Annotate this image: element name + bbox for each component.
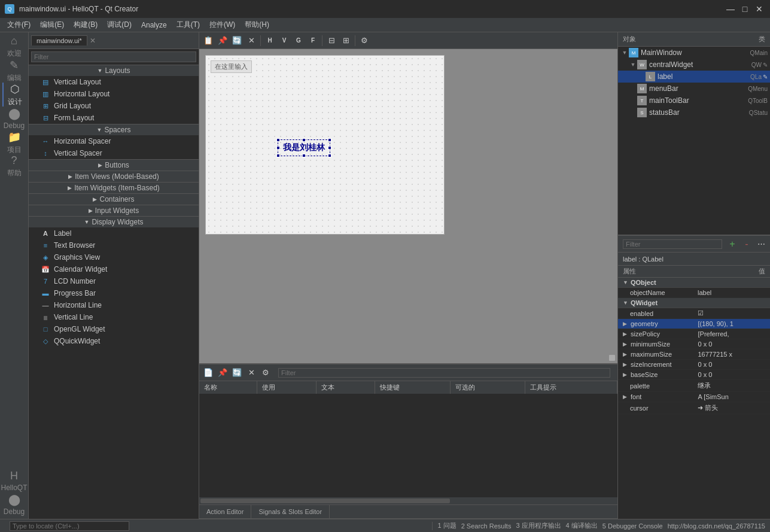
prop-row-palette[interactable]: palette 继承	[618, 380, 770, 392]
widget-horizontal-line[interactable]: — Horizontal Line	[29, 299, 199, 311]
activity-debug[interactable]: ⬤ Debug	[2, 107, 26, 130]
toolbar-layout-h[interactable]: H	[263, 34, 276, 47]
activity-debug2[interactable]: ⬤ Debug	[2, 493, 26, 516]
bottom-tab-signals-slots[interactable]: Signals & Slots Editor	[251, 505, 330, 518]
toolbar-layout-g[interactable]: G	[292, 34, 305, 47]
bottom-scrollbar[interactable]	[200, 498, 616, 503]
activity-welcome[interactable]: ⌂ 欢迎	[2, 35, 26, 59]
activity-edit[interactable]: ✎ 编辑	[2, 59, 26, 83]
menu-item-d[interactable]: 调试(D)	[102, 19, 136, 31]
prop-row-enabled[interactable]: enabled ☑	[618, 308, 770, 319]
menu-item-t[interactable]: 工具(T)	[172, 19, 205, 31]
obj-row-toolbar[interactable]: T mainToolBar QToolB	[618, 95, 770, 107]
obj-row-mainwindow[interactable]: ▼ M MainWindow QMain	[618, 47, 770, 59]
category-spacers[interactable]: ▼ Spacers	[29, 124, 199, 135]
category-buttons[interactable]: ▶ Buttons	[29, 159, 199, 171]
obj-row-centralwidget[interactable]: ▼ W centralWidget QW ✎	[618, 59, 770, 71]
handle-tm[interactable]	[302, 138, 306, 142]
bottom-refresh-btn[interactable]: 🔄	[230, 366, 244, 379]
prop-filter-input[interactable]	[623, 239, 722, 249]
category-item-views[interactable]: ▶ Item Views (Model-Based)	[29, 171, 199, 182]
widget-calendar[interactable]: 📅 Calendar Widget	[29, 263, 199, 275]
widget-horizontal-layout[interactable]: ▥ Horizontal Layout	[29, 88, 199, 100]
tab-close-icon[interactable]: ✕	[90, 37, 96, 45]
maximize-button[interactable]: □	[739, 3, 751, 15]
prop-cat-qwidget[interactable]: ▼ QWidget	[618, 298, 770, 308]
canvas-resize-handle[interactable]	[609, 355, 615, 361]
bottom-settings-btn[interactable]: ⚙	[259, 366, 272, 379]
toolbar-delete-btn[interactable]: ✕	[245, 34, 258, 47]
prop-add-btn[interactable]: +	[726, 238, 739, 251]
toolbar-layout-v[interactable]: V	[278, 34, 291, 47]
menu-item-analyze[interactable]: Analyze	[136, 20, 172, 31]
status-item-compile[interactable]: 4 编译输出	[566, 521, 598, 530]
status-item-debugger[interactable]: 5 Debugger Console	[602, 522, 663, 530]
status-item-output[interactable]: 3 应用程序输出	[516, 521, 561, 530]
activity-projects[interactable]: 📁 项目	[2, 130, 26, 154]
obj-row-label[interactable]: L label QLa ✎	[618, 71, 770, 83]
menu-item-b[interactable]: 构建(B)	[69, 19, 102, 31]
widget-lcd-number[interactable]: 7 LCD Number	[29, 275, 199, 287]
category-item-widgets[interactable]: ▶ Item Widgets (Item-Based)	[29, 182, 199, 193]
toolbar-break-layout[interactable]: ⊟	[325, 34, 338, 47]
widget-progress-bar[interactable]: ▬ Progress Bar	[29, 287, 199, 299]
handle-mr[interactable]	[328, 146, 331, 150]
status-item-search[interactable]: 2 Search Results	[461, 522, 512, 530]
obj-row-menubar[interactable]: M menuBar QMenu	[618, 83, 770, 95]
design-canvas[interactable]: 在这里输入 我是刘桂林	[205, 55, 445, 235]
menu-item-f[interactable]: 文件(F)	[2, 19, 35, 31]
bottom-scrollbar-thumb[interactable]	[200, 498, 450, 503]
menu-item-w[interactable]: 控件(W)	[205, 19, 240, 31]
widget-filter-input[interactable]	[31, 51, 196, 62]
widget-form-layout[interactable]: ⊟ Form Layout	[29, 112, 199, 124]
widget-text-browser[interactable]: ≡ Text Browser	[29, 239, 199, 251]
minimize-button[interactable]: —	[725, 3, 736, 15]
widget-vertical-layout[interactable]: ▤ Vertical Layout	[29, 76, 199, 88]
prop-row-cursor[interactable]: cursor ➜ 箭头	[618, 402, 770, 414]
bottom-delete-btn[interactable]: ✕	[245, 366, 258, 379]
widget-label[interactable]: A Label	[29, 227, 199, 239]
prop-row-sizepolicy[interactable]: ▶ sizePolicy [Preferred,	[618, 329, 770, 339]
widget-opengl[interactable]: □ OpenGL Widget	[29, 323, 199, 335]
category-containers[interactable]: ▶ Containers	[29, 193, 199, 205]
prop-row-objectname[interactable]: objectName label	[618, 288, 770, 298]
widget-qquick[interactable]: ◇ QQuickWidget	[29, 335, 199, 347]
prop-row-geometry[interactable]: ▶ geometry [(180, 90), 1	[618, 319, 770, 329]
prop-cat-qobject[interactable]: ▼ QObject	[618, 278, 770, 288]
status-search-input[interactable]	[10, 521, 129, 531]
prop-row-basesize[interactable]: ▶ baseSize 0 x 0	[618, 370, 770, 380]
prop-remove-btn[interactable]: -	[740, 238, 753, 251]
bottom-filter-input[interactable]	[278, 368, 610, 378]
handle-bm[interactable]	[302, 154, 306, 157]
handle-br[interactable]	[328, 154, 331, 157]
category-input-widgets[interactable]: ▶ Input Widgets	[29, 205, 199, 216]
category-layouts[interactable]: ▼ Layouts	[29, 65, 199, 76]
prop-more-btn[interactable]: ⋯	[754, 238, 768, 251]
handle-tl[interactable]	[276, 138, 280, 142]
obj-row-statusbar[interactable]: S statusBar QStatu	[618, 107, 770, 118]
toolbar-adjust[interactable]: ⊞	[339, 34, 352, 47]
prop-row-sizeincrement[interactable]: ▶ sizeIncrement 0 x 0	[618, 360, 770, 370]
toolbar-paste-btn[interactable]: 📌	[216, 34, 229, 47]
toolbar-undo-btn[interactable]: 🔄	[230, 34, 244, 47]
prop-row-maxsize[interactable]: ▶ maximumSize 16777215 x	[618, 349, 770, 360]
activity-helloqt[interactable]: H HelloQT	[2, 469, 26, 493]
category-display-widgets[interactable]: ▼ Display Widgets	[29, 216, 199, 227]
close-button[interactable]: ✕	[753, 3, 765, 15]
activity-design[interactable]: ⬡ 设计	[2, 83, 26, 107]
widget-graphics-view[interactable]: ◈ Graphics View	[29, 251, 199, 263]
menu-item-h[interactable]: 帮助(H)	[240, 19, 274, 31]
prop-row-minsize[interactable]: ▶ minimumSize 0 x 0	[618, 339, 770, 349]
activity-help[interactable]: ? 帮助	[2, 154, 26, 178]
toolbar-settings[interactable]: ⚙	[358, 34, 371, 47]
toolbar-copy-btn[interactable]: 📋	[202, 34, 215, 47]
widget-tab-mainwindow[interactable]: mainwindow.ui*	[31, 35, 87, 45]
menu-item-e[interactable]: 编辑(E)	[35, 19, 69, 31]
toolbar-layout-f[interactable]: F	[306, 34, 319, 47]
widget-grid-layout[interactable]: ⊞ Grid Layout	[29, 100, 199, 112]
widget-vertical-spacer[interactable]: ↕ Vertical Spacer	[29, 147, 199, 159]
handle-tr[interactable]	[328, 138, 331, 142]
handle-ml[interactable]	[276, 146, 280, 150]
canvas-wrapper[interactable]: 在这里输入 我是刘桂林	[199, 49, 617, 363]
selected-label-container[interactable]: 我是刘桂林	[278, 139, 330, 156]
